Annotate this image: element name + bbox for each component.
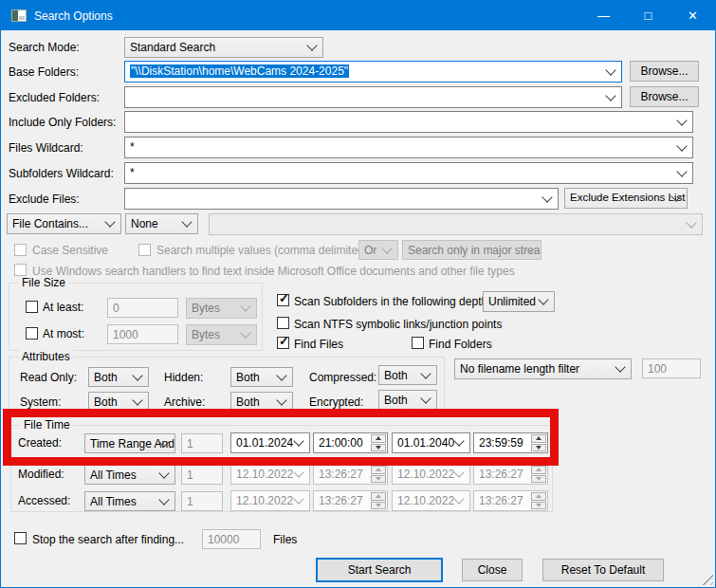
checkmark-icon: ✓ — [279, 292, 289, 304]
reset-to-default-button[interactable]: Reset To Default — [542, 559, 664, 581]
at-least-unit-select: Bytes — [186, 298, 257, 319]
close-dialog-button[interactable]: Close — [462, 559, 523, 581]
created-count-input: 1 — [181, 433, 223, 453]
file-time-group-title: File Time — [21, 418, 73, 432]
multiple-values-label: Search multiple values (comma delimited) — [156, 244, 368, 257]
created-mode-select[interactable]: Time Range And — [84, 433, 175, 453]
encoding-select[interactable]: None — [125, 213, 198, 234]
chevron-down-icon[interactable] — [605, 90, 615, 101]
app-icon — [11, 9, 27, 22]
base-folders-combo[interactable]: "\\DiskStation\home\WebCams 2024-2025" — [124, 61, 622, 83]
chevron-down-icon[interactable] — [293, 435, 303, 446]
multiple-values-checkbox[interactable] — [138, 244, 151, 256]
subfolders-wildcard-label: Subfolders Wildcard: — [9, 167, 114, 180]
at-least-label: At least: — [43, 301, 83, 314]
modified-label: Modified: — [18, 468, 64, 481]
chevron-down-icon — [538, 294, 548, 304]
chevron-down-icon[interactable] — [542, 192, 552, 202]
chevron-down-icon — [420, 393, 431, 403]
base-folders-browse-button[interactable]: Browse... — [630, 61, 699, 82]
stop-after-label: Stop the search after finding... — [32, 533, 184, 546]
modified-to-time-spinner: 13:26:27 — [473, 464, 548, 485]
maximize-button[interactable]: □ — [626, 1, 670, 30]
exclude-files-combo[interactable] — [124, 188, 559, 210]
modified-mode-select[interactable]: All Times — [84, 465, 175, 485]
created-to-time-spinner[interactable]: 23:59:59 — [473, 432, 548, 453]
search-options-dialog: Search Options — □ ✕ Search Mode: Standa… — [0, 0, 716, 588]
chevron-down-icon — [276, 370, 286, 380]
scan-depth-select[interactable]: Unlimited — [483, 291, 555, 312]
office-handlers-checkbox[interactable] — [14, 264, 27, 276]
at-least-input: 0 — [107, 298, 178, 318]
spinner-arrows-icon[interactable] — [371, 434, 386, 451]
created-to-date-picker[interactable]: 01.01.2040 — [392, 432, 470, 453]
chevron-down-icon[interactable] — [676, 115, 687, 125]
find-files-checkbox[interactable]: ✓ — [277, 337, 289, 349]
created-label: Created: — [18, 436, 62, 450]
excluded-folders-combo[interactable] — [124, 86, 622, 108]
attributes-group-title: Attributes — [19, 350, 73, 363]
encrypted-label: Encrypted: — [309, 395, 363, 409]
files-unit-label: Files — [273, 533, 297, 546]
created-from-time-spinner[interactable]: 21:00:00 — [313, 432, 388, 453]
chevron-down-icon[interactable] — [676, 166, 687, 176]
stop-after-input: 10000 — [202, 529, 261, 549]
system-select[interactable]: Both — [88, 392, 149, 412]
hidden-label: Hidden: — [164, 371, 203, 384]
read-only-select[interactable]: Both — [88, 367, 149, 387]
office-handlers-label: Use Windows search handlers to find text… — [32, 265, 515, 278]
spinner-arrows-icon — [531, 466, 546, 483]
chevron-down-icon[interactable] — [605, 64, 615, 75]
chevron-down-icon — [104, 216, 115, 227]
case-sensitive-label: Case Sensitive — [32, 244, 108, 257]
ntfs-links-label: Scan NTFS symbolic links/junction points — [294, 318, 502, 331]
chevron-down-icon — [615, 361, 625, 372]
ntfs-links-checkbox[interactable] — [277, 317, 289, 329]
scan-subfolders-checkbox[interactable]: ✓ — [277, 294, 289, 306]
accessed-mode-select[interactable]: All Times — [84, 491, 175, 511]
search-mode-select[interactable]: Standard Search — [124, 37, 323, 58]
close-button[interactable]: ✕ — [670, 1, 715, 30]
excluded-folders-browse-button[interactable]: Browse... — [630, 86, 699, 107]
created-from-date-picker[interactable]: 01.01.2024 — [230, 432, 310, 453]
subfolders-wildcard-combo[interactable]: * — [124, 162, 693, 184]
compressed-select[interactable]: Both — [378, 365, 437, 385]
at-least-checkbox[interactable] — [26, 301, 38, 313]
chevron-down-icon — [381, 243, 392, 253]
include-only-folders-combo[interactable] — [124, 111, 693, 133]
case-sensitive-checkbox[interactable] — [14, 244, 27, 256]
accessed-label: Accessed: — [18, 494, 70, 507]
accessed-from-date-picker: 12.10.2022 — [230, 490, 310, 511]
start-search-button[interactable]: Start Search — [316, 558, 443, 582]
encrypted-select[interactable]: Both — [378, 390, 437, 410]
caption-buttons: — □ ✕ — [581, 1, 715, 30]
window-title: Search Options — [34, 9, 113, 23]
base-folders-value: "\\DiskStation\home\WebCams 2024-2025" — [130, 64, 349, 78]
hidden-select[interactable]: Both — [230, 367, 293, 387]
chevron-down-icon[interactable] — [453, 435, 464, 446]
files-wildcard-combo[interactable]: * — [124, 137, 693, 158]
chevron-down-icon — [420, 368, 431, 378]
at-most-checkbox[interactable] — [26, 327, 38, 340]
chevron-down-icon — [240, 327, 250, 338]
minimize-button[interactable]: — — [581, 1, 626, 30]
resize-grip[interactable] — [700, 572, 713, 585]
spinner-arrows-icon[interactable] — [531, 434, 546, 451]
archive-select[interactable]: Both — [230, 392, 293, 412]
base-folders-label: Base Folders: — [9, 65, 79, 79]
compressed-label: Compressed: — [309, 371, 376, 384]
spinner-arrows-icon — [531, 492, 546, 509]
file-contains-select[interactable]: File Contains... — [7, 213, 121, 234]
stop-after-checkbox[interactable] — [14, 532, 27, 544]
chevron-down-icon — [453, 493, 464, 504]
chevron-down-icon — [158, 468, 169, 478]
chevron-down-icon[interactable] — [676, 140, 687, 151]
scan-subfolders-label: Scan Subfolders in the following depth: — [294, 295, 490, 308]
chevron-down-icon — [276, 395, 286, 405]
filename-length-filter-select[interactable]: No filename length filter — [454, 358, 632, 379]
chevron-down-icon — [453, 467, 464, 477]
at-most-label: At most: — [43, 327, 84, 340]
exclude-extensions-list-select[interactable]: Exclude Extensions List — [564, 188, 688, 209]
spinner-arrows-icon — [371, 492, 386, 509]
find-folders-checkbox[interactable] — [412, 337, 424, 349]
